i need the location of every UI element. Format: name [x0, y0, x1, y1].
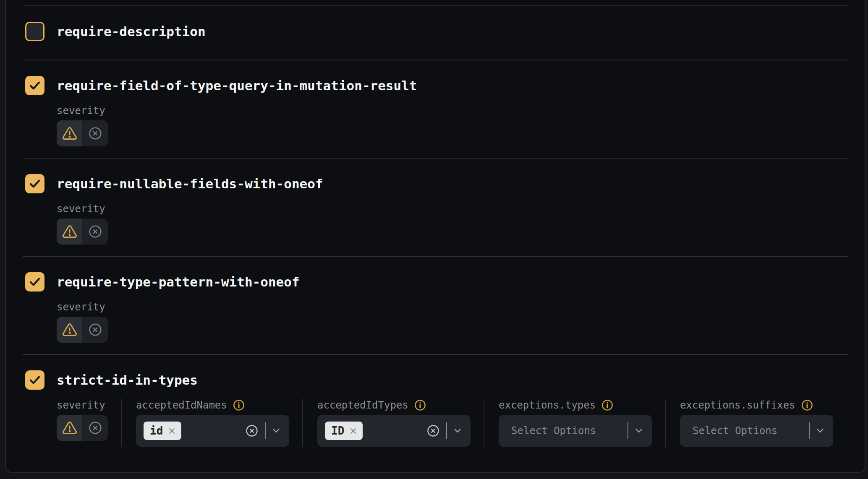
- option-label: severity: [57, 203, 105, 215]
- option-label: severity: [57, 301, 105, 313]
- chevron-down-icon: [634, 428, 643, 434]
- check-icon: [28, 275, 42, 289]
- rule-title: require-nullable-fields-with-oneof: [57, 174, 323, 193]
- option-label-row: exceptions.suffixes: [680, 399, 833, 411]
- option-group-severity: severity: [57, 104, 121, 146]
- x-circle-icon: [89, 225, 102, 238]
- select-exceptions.suffixes[interactable]: Select Options: [680, 415, 833, 447]
- rule-checkbox[interactable]: [25, 22, 44, 41]
- tag-remove-icon[interactable]: [167, 427, 176, 435]
- severity-toggle: [57, 219, 108, 245]
- option-group-acceptedIdTypes: acceptedIdTypesID: [302, 399, 484, 447]
- severity-off-button[interactable]: [82, 317, 108, 343]
- option-label-row: acceptedIdNames: [136, 399, 289, 411]
- chevron-down-icon[interactable]: [634, 428, 643, 434]
- rule-checkbox[interactable]: [25, 272, 44, 292]
- chevron-down-icon: [272, 428, 281, 434]
- rule-row: require-nullable-fields-with-oneofseveri…: [23, 158, 848, 256]
- option-group-exceptions.types: exceptions.typesSelect Options: [484, 399, 665, 447]
- tag-label: id: [150, 424, 163, 437]
- severity-toggle: [57, 415, 108, 441]
- select-separator: [809, 422, 810, 439]
- rule-options: severity: [23, 301, 848, 343]
- x-circle-icon: [246, 424, 258, 437]
- severity-off-button[interactable]: [82, 120, 108, 146]
- rule-row: require-field-of-type-query-in-mutation-…: [23, 60, 848, 158]
- x-icon: [349, 427, 358, 435]
- rule-title: require-type-pattern-with-oneof: [57, 272, 300, 292]
- info-icon: [601, 399, 613, 411]
- severity-warn-button[interactable]: [57, 120, 82, 146]
- warning-triangle-icon: [62, 224, 78, 239]
- option-label: severity: [57, 105, 105, 117]
- severity-toggle: [57, 317, 108, 343]
- option-label-row: severity: [57, 104, 108, 117]
- selected-tag: ID: [325, 422, 363, 440]
- severity-toggle: [57, 120, 108, 146]
- option-label-row: severity: [57, 399, 108, 411]
- severity-warn-button[interactable]: [57, 219, 82, 245]
- rule-options: severity: [23, 203, 848, 245]
- option-label-row: severity: [57, 203, 108, 215]
- select-exceptions.types[interactable]: Select Options: [499, 415, 652, 447]
- rule-header: require-description: [23, 22, 848, 41]
- rule-header: require-nullable-fields-with-oneof: [23, 174, 848, 193]
- clear-selection-icon[interactable]: [246, 424, 258, 437]
- chevron-down-icon: [816, 428, 825, 434]
- select-placeholder: Select Options: [693, 425, 802, 437]
- severity-off-button[interactable]: [82, 219, 108, 245]
- tag-label: ID: [331, 424, 344, 437]
- info-icon: [801, 399, 813, 411]
- chevron-down-icon[interactable]: [272, 428, 281, 434]
- select-separator: [446, 422, 447, 439]
- rule-header: strict-id-in-types: [23, 370, 848, 390]
- rule-header: require-field-of-type-query-in-mutation-…: [23, 76, 848, 95]
- info-icon[interactable]: [233, 399, 245, 411]
- rule-checkbox[interactable]: [25, 76, 44, 95]
- option-label-row: exceptions.types: [499, 399, 652, 411]
- chevron-down-icon[interactable]: [816, 428, 825, 434]
- severity-warn-button[interactable]: [57, 415, 82, 441]
- clear-selection-icon[interactable]: [427, 424, 439, 437]
- select-placeholder: Select Options: [511, 425, 621, 437]
- option-label-row: severity: [57, 301, 108, 313]
- option-label: exceptions.types: [499, 399, 596, 411]
- select-separator: [627, 422, 628, 439]
- x-circle-icon: [89, 127, 102, 140]
- select-separator: [265, 422, 266, 439]
- tag-remove-icon[interactable]: [349, 427, 358, 435]
- option-group-exceptions.suffixes: exceptions.suffixesSelect Options: [665, 399, 846, 447]
- rule-options: severity: [23, 104, 848, 146]
- rule-checkbox[interactable]: [25, 370, 44, 390]
- option-group-severity: severity: [57, 399, 121, 441]
- rule-row: require-description: [23, 5, 848, 60]
- option-label: severity: [57, 399, 105, 411]
- warning-triangle-icon: [62, 126, 78, 141]
- option-label: acceptedIdTypes: [317, 399, 408, 411]
- rule-options: severityacceptedIdNamesidacceptedIdTypes…: [23, 399, 848, 447]
- rule-title: require-description: [57, 22, 206, 41]
- rule-title: require-field-of-type-query-in-mutation-…: [57, 76, 417, 95]
- rule-checkbox[interactable]: [25, 174, 44, 193]
- severity-warn-button[interactable]: [57, 317, 82, 343]
- multiselect-acceptedIdNames[interactable]: id: [136, 415, 289, 447]
- check-icon: [28, 79, 42, 92]
- chevron-down-icon[interactable]: [453, 428, 462, 434]
- warning-triangle-icon: [62, 322, 78, 337]
- info-icon[interactable]: [414, 399, 426, 411]
- x-circle-icon: [89, 323, 102, 336]
- check-icon: [28, 373, 42, 387]
- selected-tag: id: [144, 422, 181, 440]
- x-circle-icon: [427, 424, 439, 437]
- rule-title: strict-id-in-types: [57, 370, 198, 390]
- option-label-row: acceptedIdTypes: [317, 399, 471, 411]
- info-icon[interactable]: [601, 399, 613, 411]
- chevron-down-icon: [453, 428, 462, 434]
- multiselect-acceptedIdTypes[interactable]: ID: [317, 415, 471, 447]
- info-icon[interactable]: [801, 399, 813, 411]
- warning-triangle-icon: [62, 420, 78, 435]
- x-circle-icon: [89, 421, 102, 435]
- rule-header: require-type-pattern-with-oneof: [23, 272, 848, 292]
- option-label: acceptedIdNames: [136, 399, 227, 411]
- severity-off-button[interactable]: [82, 415, 108, 441]
